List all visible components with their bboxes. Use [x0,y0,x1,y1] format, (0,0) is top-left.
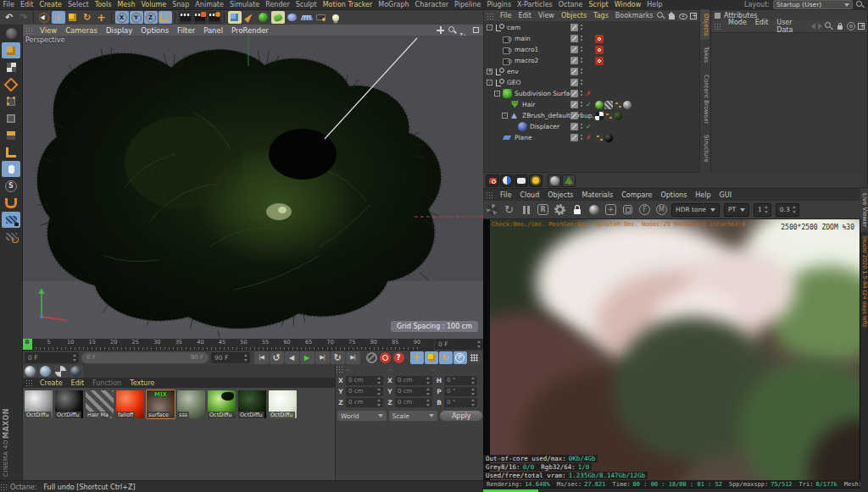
expander-icon[interactable]: + [487,69,492,75]
panel-grip-icon[interactable] [336,366,342,373]
manager-tab-objects[interactable]: Objects [700,9,709,40]
texture-mode-button[interactable] [2,59,20,75]
viewport-menu-item-display[interactable]: Display [102,26,136,35]
key-grid-button[interactable] [468,351,481,364]
end-frame-field[interactable]: 90 F [211,352,250,363]
expander-icon[interactable]: - [487,80,492,86]
position-field-y[interactable]: 0 cm [346,387,383,396]
play-button[interactable] [300,351,314,364]
check-tag-icon[interactable] [585,101,593,108]
expander-icon[interactable]: - [494,91,500,97]
new-panel-icon[interactable] [858,23,865,30]
material-swatch-surface[interactable]: MIXsurface [147,390,175,418]
dots-tag-icon[interactable] [580,68,583,75]
add-deformer-button[interactable] [271,11,285,24]
shaded-display-button[interactable] [23,365,37,378]
dots-tag-icon[interactable] [580,57,583,64]
om-menu-item-view[interactable]: View [535,12,558,19]
manager-tab-content-browser[interactable]: Content Browser [700,70,709,128]
attributes-menu-item-user-data[interactable]: User Data [772,19,811,34]
object-row-displacer[interactable]: Displacer [484,121,699,132]
hdr-tone-dropdown[interactable]: HDR tone [671,203,720,217]
render-view[interactable]: Check:0ms./1ms. MeshGen:0ms. UpdateM:0ms… [483,219,860,480]
add-metaball-button[interactable] [286,11,299,24]
scale-field-x[interactable]: 0 cm [395,376,432,385]
material-swatch-octdiffu[interactable]: OctDiffu [55,390,83,418]
add-generator-button[interactable] [257,11,270,24]
apply-button[interactable]: Apply [440,411,482,421]
panel-grip-icon[interactable] [487,13,493,19]
panel-grip-icon[interactable] [486,191,492,198]
live-viewer-menu-item-help[interactable]: Help [691,191,715,199]
add-icon[interactable] [690,13,697,19]
filter-icon[interactable] [679,12,687,20]
object-row-main[interactable]: main [484,33,699,44]
live-viewer-menu-item-compare[interactable]: Compare [617,191,656,199]
menubar-item-x-particles[interactable]: X-Particles [515,1,556,8]
sculpt-brush-button[interactable] [2,25,20,41]
dots-tag-icon[interactable] [580,101,583,108]
spinner-icon[interactable] [377,377,381,384]
dots-tag-icon[interactable] [580,134,583,141]
add-box-icon[interactable] [605,203,616,217]
material-swatch-octdiffu[interactable]: OctDiffu [208,390,236,418]
zoom-view-icon[interactable] [448,25,457,35]
timeline-ruler[interactable]: 051015202530354045505560657075808590 [23,339,434,351]
magnet-tool-button[interactable] [2,195,20,211]
rotation-field-p[interactable]: 0 ° [444,387,477,396]
spinner-icon[interactable] [471,377,476,384]
move-button[interactable] [52,11,65,24]
om-menu-item-tags[interactable]: Tags [590,12,612,19]
select-button[interactable] [37,11,51,24]
history-forward-icon[interactable] [818,23,822,30]
menubar-item-render[interactable]: Render [263,1,292,8]
menubar-item-sculpt[interactable]: Sculpt [292,1,320,8]
refresh-icon[interactable] [504,203,515,217]
redx-tag-icon[interactable] [585,134,593,141]
camera-tag-icon[interactable] [595,35,604,43]
octane-camera-button[interactable] [486,174,499,187]
coord-system-button[interactable] [159,11,172,24]
object-row-plane[interactable]: Plane [484,132,699,143]
materials-menu-item-edit[interactable]: Edit [67,379,89,387]
add-plane-button[interactable] [300,11,314,24]
keyframe-off-toggle[interactable] [366,352,377,363]
dots-tag-icon[interactable] [580,46,583,53]
mat-darkgreen-tag-icon[interactable] [614,112,622,120]
object-row-geo[interactable]: -GEO [484,77,699,88]
rotate-view-icon[interactable] [459,25,469,35]
spinner-icon[interactable] [426,399,431,406]
viewport-canvas[interactable]: Perspective [23,36,483,339]
add-camera-button[interactable] [314,11,328,24]
expander-icon[interactable]: - [487,25,492,30]
plus-button[interactable] [95,11,108,24]
mat-hatch-tag-icon[interactable] [604,101,613,109]
undo-button[interactable] [3,11,16,24]
model-mode-button[interactable] [2,42,20,58]
menubar-item-plugins[interactable]: Plugins [484,1,515,8]
snap-mode-button[interactable] [2,178,20,194]
render-picture-viewer-button[interactable] [193,11,207,24]
material-swatch-octdiffu[interactable]: OctDiffu [269,390,297,418]
key-parent-button[interactable] [453,351,467,364]
goto-end-button[interactable] [346,351,360,364]
edit-tag-icon[interactable] [570,68,578,75]
ball-icon[interactable] [588,203,599,217]
key-rotate-button[interactable] [439,351,453,364]
menubar-item-simulate[interactable]: Simulate [226,1,262,8]
material-swatch-sss[interactable]: sss [177,390,205,418]
spinner-icon[interactable] [426,388,431,395]
object-row-macro1[interactable]: macro1 [484,44,699,55]
mat-gray-tag-icon[interactable] [623,101,632,109]
search-icon[interactable] [856,1,865,9]
region-icon[interactable] [537,203,548,217]
dots-tag-icon[interactable] [580,112,583,119]
loop-button[interactable] [270,351,284,364]
workplane-rotate-button[interactable] [2,229,20,245]
mat-black-tag-icon[interactable] [604,134,613,142]
home-icon[interactable] [668,12,676,20]
edit-tag-icon[interactable] [570,101,578,108]
workplane-mode-button[interactable] [2,76,20,92]
menubar-item-file[interactable]: File [0,1,17,8]
dots-tag-icon[interactable] [580,123,583,130]
